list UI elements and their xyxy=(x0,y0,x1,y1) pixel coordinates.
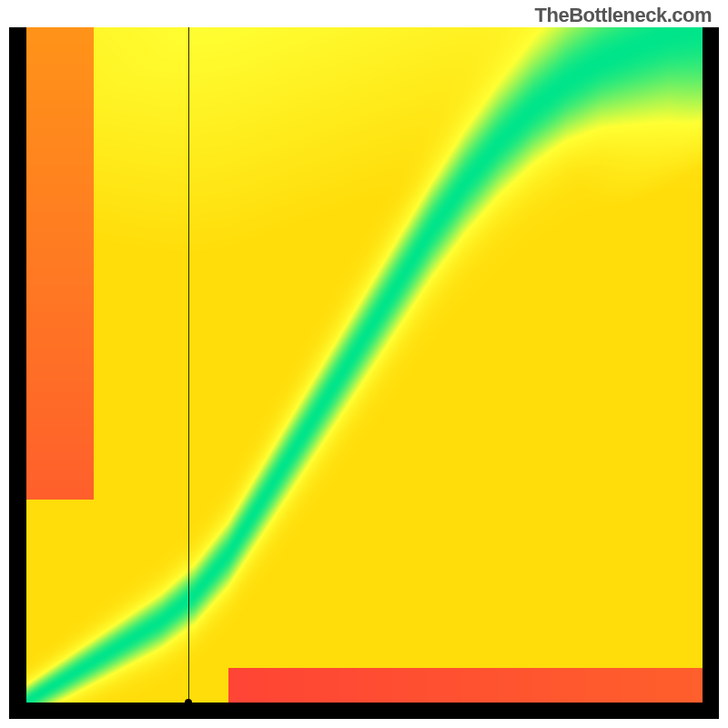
page-root: TheBottleneck.com xyxy=(0,0,728,728)
watermark-text: TheBottleneck.com xyxy=(535,4,712,27)
heatmap-canvas xyxy=(25,27,703,703)
marker-vertical-line xyxy=(188,27,189,703)
x-axis-line xyxy=(25,703,703,703)
heatmap-area xyxy=(25,27,703,703)
plot-frame xyxy=(9,27,719,719)
marker-dot xyxy=(185,699,192,706)
y-axis-line xyxy=(25,27,26,703)
